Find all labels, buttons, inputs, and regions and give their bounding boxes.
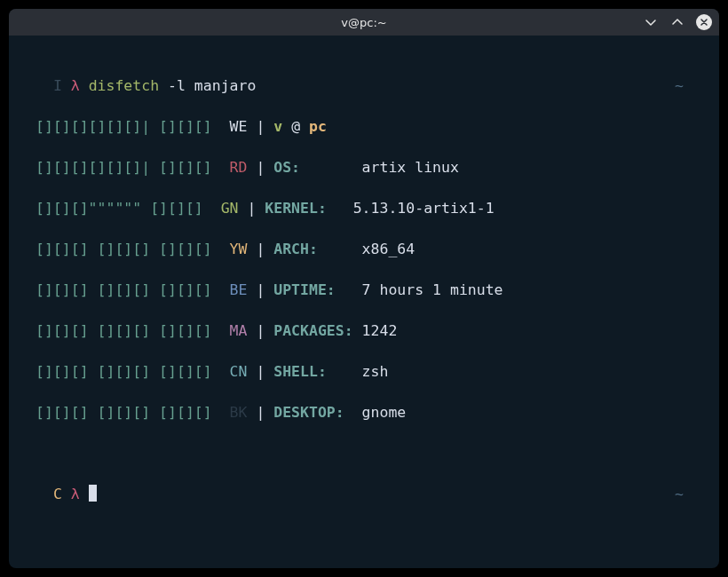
info-label-packages: PACKAGES:	[273, 322, 352, 339]
output-row-4: [][][] [][][] [][][] BE | UPTIME: 7 hour…	[36, 280, 692, 300]
separator-pipe: |	[256, 404, 265, 421]
info-value-shell: zsh	[362, 363, 389, 380]
maximize-button[interactable]	[669, 14, 685, 30]
minimize-button[interactable]	[643, 14, 659, 30]
color-swatch-RD: RD	[230, 159, 248, 176]
color-swatch-YW: YW	[230, 241, 248, 257]
info-label-arch: ARCH:	[273, 241, 352, 257]
blank-line	[36, 443, 692, 463]
line-number: C	[53, 486, 62, 502]
terminal-window: v@pc:~ I λ disfetch -l manjaro~ [][][][]…	[9, 9, 719, 568]
prompt-line-1: I λ disfetch -l manjaro~	[36, 75, 692, 96]
hostname: pc	[309, 118, 327, 135]
logo-line: [][][] [][][] [][][]	[36, 404, 212, 421]
logo-line: [][][] [][][] [][][]	[36, 363, 212, 380]
cursor-icon	[89, 485, 97, 502]
color-swatch-MA: MA	[230, 322, 248, 339]
color-swatch-WE: WE	[230, 118, 248, 135]
close-button[interactable]	[696, 14, 712, 30]
separator-pipe: |	[247, 200, 256, 217]
line-number: I	[53, 77, 62, 94]
info-value-arch: x86_64	[362, 241, 415, 257]
logo-line: [][][] [][][] [][][]	[36, 241, 212, 257]
lambda-icon: λ	[71, 77, 80, 94]
info-value-os: artix linux	[362, 159, 459, 176]
info-value-uptime: 7 hours 1 minute	[362, 281, 503, 298]
output-row-2: [][][]"""""" [][][] GN | KERNEL: 5.13.10…	[36, 198, 692, 218]
separator-pipe: |	[256, 159, 265, 176]
titlebar: v@pc:~	[9, 9, 719, 36]
info-value-packages: 1242	[362, 322, 398, 339]
logo-line: [][][] [][][] [][][]	[36, 281, 212, 298]
output-row-0: [][][][][][]| [][][] WE | v @ pc	[36, 116, 692, 137]
separator-pipe: |	[256, 241, 265, 257]
info-label-shell: SHELL:	[273, 363, 352, 380]
separator-pipe: |	[256, 322, 265, 339]
color-swatch-CN: CN	[230, 363, 248, 380]
logo-line: [][][]"""""" [][][]	[36, 200, 203, 217]
at-sign: @	[291, 118, 300, 135]
tilde-indicator: ~	[675, 484, 692, 504]
output-row-3: [][][] [][][] [][][] YW | ARCH: x86_64	[36, 239, 692, 259]
output-row-6: [][][] [][][] [][][] CN | SHELL: zsh	[36, 361, 692, 382]
terminal-body[interactable]: I λ disfetch -l manjaro~ [][][][][][]| […	[9, 36, 719, 568]
separator-pipe: |	[256, 281, 265, 298]
username: v	[273, 118, 282, 135]
info-value-kernel: 5.13.10-artix1-1	[353, 200, 495, 217]
logo-line: [][][][][][]| [][][]	[36, 118, 212, 135]
output-row-1: [][][][][][]| [][][] RD | OS: artix linu…	[36, 157, 692, 178]
color-swatch-BK: BK	[230, 404, 248, 421]
command-text: disfetch	[89, 77, 159, 94]
info-label-os: OS:	[273, 159, 352, 176]
info-label-desktop: DESKTOP:	[273, 404, 352, 421]
color-swatch-BE: BE	[230, 281, 248, 298]
window-controls	[643, 14, 712, 30]
color-swatch-GN: GN	[221, 200, 239, 217]
prompt-line-2[interactable]: C λ ~	[36, 484, 692, 504]
info-value-desktop: gnome	[362, 404, 407, 421]
output-row-7: [][][] [][][] [][][] BK | DESKTOP: gnome	[36, 402, 692, 423]
logo-line: [][][][][][]| [][][]	[36, 159, 212, 176]
separator-pipe: |	[256, 118, 265, 135]
info-label-kernel: KERNEL:	[265, 200, 344, 217]
tilde-indicator: ~	[675, 75, 692, 96]
window-title: v@pc:~	[9, 16, 719, 29]
logo-line: [][][] [][][] [][][]	[36, 322, 212, 339]
lambda-icon: λ	[71, 486, 80, 502]
info-label-uptime: UPTIME:	[273, 281, 352, 298]
separator-pipe: |	[256, 363, 265, 380]
output-row-5: [][][] [][][] [][][] MA | PACKAGES: 1242	[36, 320, 692, 341]
command-args: -l manjaro	[168, 77, 256, 94]
